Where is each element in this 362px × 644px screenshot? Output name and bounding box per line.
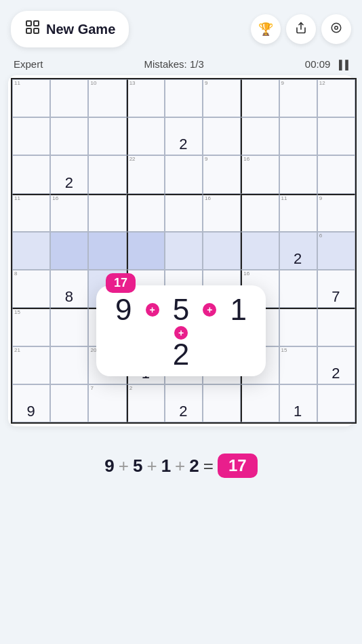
cell[interactable]: 15 xyxy=(12,308,50,346)
cell[interactable] xyxy=(317,117,355,155)
cell[interactable]: 16 xyxy=(203,194,241,232)
cell[interactable]: 9 xyxy=(203,79,241,117)
cell[interactable] xyxy=(127,117,165,155)
cell[interactable] xyxy=(203,384,241,422)
cell[interactable] xyxy=(165,194,203,232)
cell[interactable] xyxy=(241,384,279,422)
difficulty-label: Expert xyxy=(14,58,43,70)
header: New Game 🏆 xyxy=(0,0,362,56)
cell-clue: 12 xyxy=(319,81,325,86)
cell[interactable]: 1 xyxy=(279,384,317,422)
cell[interactable]: 8 xyxy=(12,270,50,308)
trophy-button[interactable]: 🏆 xyxy=(251,14,281,44)
cell-clue: 21 xyxy=(14,348,20,353)
cell[interactable]: 16 xyxy=(241,155,279,193)
cell[interactable] xyxy=(279,155,317,193)
formula-equals: = xyxy=(203,456,214,477)
cell[interactable]: 11 xyxy=(12,194,50,232)
cell[interactable]: 7 xyxy=(88,384,126,422)
cell[interactable] xyxy=(50,117,88,155)
formula-num-9: 9 xyxy=(104,456,114,477)
cell-clue: 16 xyxy=(205,196,211,201)
cell[interactable] xyxy=(127,194,165,232)
cell[interactable]: 9 xyxy=(279,79,317,117)
cell-clue: 11 xyxy=(14,81,20,86)
cell[interactable]: 7 xyxy=(317,270,355,308)
new-game-button[interactable]: New Game xyxy=(11,11,129,47)
new-game-label: New Game xyxy=(46,22,115,37)
cell[interactable]: 6 xyxy=(317,232,355,270)
cell[interactable] xyxy=(50,232,88,270)
cell[interactable]: 10 xyxy=(88,79,126,117)
cell[interactable] xyxy=(279,117,317,155)
cell-value: 2 xyxy=(167,404,200,420)
cell[interactable] xyxy=(203,232,241,270)
cell[interactable] xyxy=(165,232,203,270)
cell[interactable] xyxy=(50,308,88,346)
cell[interactable] xyxy=(127,232,165,270)
cell[interactable]: 13 xyxy=(127,79,165,117)
cell[interactable]: 15 xyxy=(279,346,317,384)
grid-icon xyxy=(24,19,41,39)
cell[interactable]: 2 xyxy=(279,232,317,270)
formula-num-1: 1 xyxy=(161,456,171,477)
cell[interactable]: 2 xyxy=(317,346,355,384)
svg-rect-3 xyxy=(34,28,39,33)
cell[interactable] xyxy=(12,232,50,270)
cell-clue: 2 xyxy=(129,386,132,391)
cell[interactable]: 9 xyxy=(203,155,241,193)
cell[interactable]: 21 xyxy=(12,346,50,384)
cell[interactable] xyxy=(88,155,126,193)
cell-value: 7 xyxy=(319,289,353,306)
settings-button[interactable] xyxy=(321,14,351,44)
cell[interactable]: 16 xyxy=(50,194,88,232)
cell[interactable]: 2 xyxy=(165,117,203,155)
cell[interactable] xyxy=(241,117,279,155)
cell[interactable]: 2 xyxy=(127,384,165,422)
cell-value: 2 xyxy=(167,137,200,153)
popup-bottom-row: + 2 xyxy=(103,326,259,369)
cell[interactable]: 9 xyxy=(317,194,355,232)
popup-num-2[interactable]: 2 xyxy=(158,340,204,369)
cell[interactable] xyxy=(50,384,88,422)
cell[interactable] xyxy=(279,270,317,308)
settings-icon xyxy=(330,22,342,37)
popup-num-5[interactable]: 5 xyxy=(161,295,202,325)
cell[interactable] xyxy=(241,79,279,117)
cell[interactable] xyxy=(12,117,50,155)
status-bar: Expert Mistakes: 1/3 00:09 ▐▐ xyxy=(0,56,362,75)
cell[interactable]: 22 xyxy=(127,155,165,193)
cell[interactable]: 2 xyxy=(165,384,203,422)
cell[interactable]: 9 xyxy=(12,384,50,422)
cell[interactable]: 12 xyxy=(317,79,355,117)
cell[interactable] xyxy=(88,194,126,232)
cell-clue: 9 xyxy=(205,81,207,86)
cell[interactable] xyxy=(317,155,355,193)
cell[interactable]: 11 xyxy=(279,194,317,232)
cell[interactable] xyxy=(317,384,355,422)
cell[interactable] xyxy=(317,308,355,346)
cell-clue: 20 xyxy=(90,348,96,353)
share-button[interactable] xyxy=(286,14,316,44)
cell[interactable] xyxy=(88,117,126,155)
pause-icon[interactable]: ▐▐ xyxy=(336,60,348,70)
cell[interactable] xyxy=(50,346,88,384)
cell[interactable] xyxy=(165,155,203,193)
popup-num-1[interactable]: 1 xyxy=(218,295,259,325)
cell[interactable] xyxy=(50,79,88,117)
cell[interactable] xyxy=(12,155,50,193)
cell[interactable]: 8 xyxy=(50,270,88,308)
cell[interactable] xyxy=(241,232,279,270)
cell[interactable] xyxy=(241,194,279,232)
cell[interactable]: 2 xyxy=(50,155,88,193)
cell[interactable] xyxy=(88,232,126,270)
cell[interactable] xyxy=(165,79,203,117)
cell-clue: 9 xyxy=(281,81,284,86)
popup-num-9[interactable]: 9 xyxy=(103,295,144,325)
cell[interactable] xyxy=(203,117,241,155)
cell-clue: 7 xyxy=(90,386,93,391)
svg-rect-1 xyxy=(34,21,39,26)
selection-popup: 17 9 + 5 + 1 + 2 xyxy=(96,285,266,376)
cell[interactable]: 11 xyxy=(12,79,50,117)
cell[interactable] xyxy=(279,308,317,346)
